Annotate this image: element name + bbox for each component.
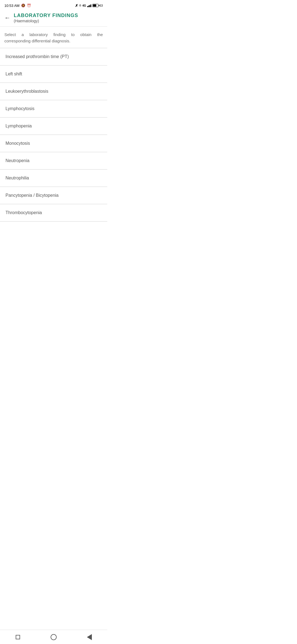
alarm-icon: ⏰: [27, 4, 31, 7]
status-time: 10:53 AM 🔕 ⏰: [4, 4, 31, 8]
registered-icon: ®: [79, 4, 81, 7]
list-item[interactable]: Thrombocytopenia: [0, 204, 107, 222]
list-item[interactable]: Pancytopenia / Bicytopenia: [0, 187, 107, 204]
signal-bar-2: [88, 6, 89, 7]
signal-bars: [87, 4, 91, 7]
status-bar: 10:53 AM 🔕 ⏰ ✗ ® 4G 63: [0, 0, 107, 10]
signal-bar-1: [87, 6, 88, 7]
list-item[interactable]: Lymphocytosis: [0, 100, 107, 118]
app-header: ← LABORATORY FINDINGS (Haematology): [0, 10, 107, 27]
signal-bar-3: [89, 5, 90, 7]
back-button[interactable]: ←: [4, 14, 10, 21]
list-item[interactable]: Left shift: [0, 66, 107, 83]
battery-icon: [92, 4, 98, 7]
page-subtitle: (Haematology): [14, 19, 78, 23]
list-item[interactable]: Increased prothrombin time (PT): [0, 48, 107, 66]
list-item[interactable]: Lymphopenia: [0, 118, 107, 135]
list-item[interactable]: Monocytosis: [0, 135, 107, 152]
network-icon: 4G: [82, 4, 86, 7]
status-icons: ✗ ® 4G 63: [75, 4, 103, 8]
battery-level: 63: [100, 4, 103, 7]
time-display: 10:53 AM: [4, 4, 20, 8]
list-item[interactable]: Leukoerythroblastosis: [0, 83, 107, 100]
findings-list: Increased prothrombin time (PT)Left shif…: [0, 48, 107, 222]
header-text: LABORATORY FINDINGS (Haematology): [14, 13, 78, 23]
mute-icon: 🔕: [21, 4, 25, 7]
bluetooth-icon: ✗: [75, 4, 78, 8]
page-title: LABORATORY FINDINGS: [14, 13, 78, 18]
signal-bar-4: [90, 4, 91, 7]
battery-fill: [93, 4, 97, 7]
description-text: Select a laboratory finding to obtain th…: [4, 32, 103, 43]
list-item[interactable]: Neutrophilia: [0, 170, 107, 187]
list-item[interactable]: Neutropenia: [0, 152, 107, 170]
page-description: Select a laboratory finding to obtain th…: [0, 27, 107, 48]
